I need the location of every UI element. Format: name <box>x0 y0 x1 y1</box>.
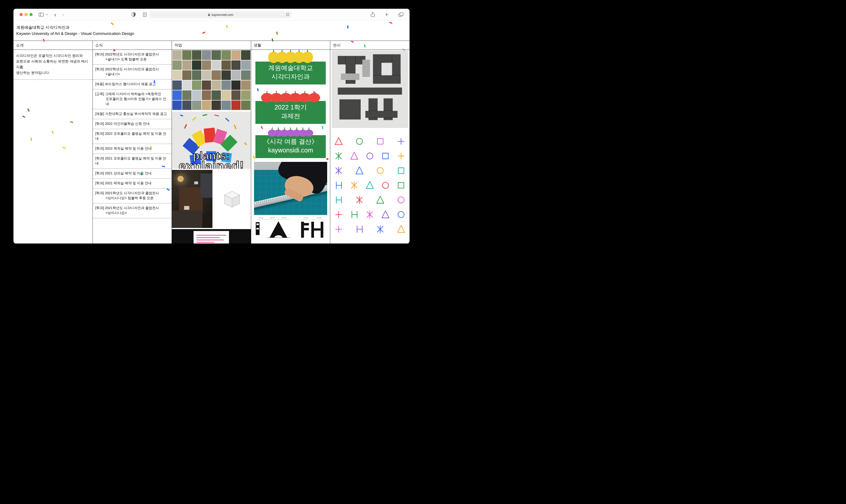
typography-glyph-shape <box>398 225 405 232</box>
collage-tile <box>182 80 192 90</box>
life-banner-department[interactable]: 계원예술대학교 시각디자인과 <box>255 52 326 85</box>
collage-tile <box>211 60 221 70</box>
reload-icon[interactable] <box>286 13 289 17</box>
collage-tile <box>172 101 182 110</box>
collage-tile <box>192 70 201 80</box>
news-item[interactable]: [학과] 2022 포트폴리오 촬영실 예약 및 이용 안내 <box>93 129 172 144</box>
address-text: kaywonsidi.com <box>212 13 233 17</box>
tab-overview-icon[interactable] <box>399 13 403 17</box>
work-plants-poster[interactable]: plants: explained! <box>172 112 251 169</box>
typography-glyph-shape <box>377 139 383 144</box>
work-strip-poster[interactable] <box>172 229 251 244</box>
collage-tile <box>241 101 250 110</box>
collage-tile <box>182 60 192 70</box>
news-item[interactable]: [학과] 2021학년도 시각디자인과 졸업전시<보이시나요> <box>93 203 172 218</box>
collage-tile <box>222 90 231 100</box>
news-item[interactable]: [채용] ㈜드림어스 웹디자이너 채용 공고 <box>93 79 172 89</box>
work-room-row <box>172 170 251 228</box>
typography-glyph-shape <box>377 167 383 174</box>
collage-tile <box>202 90 211 100</box>
exhibition-poster-dither[interactable] <box>331 50 409 129</box>
dash-shape <box>225 118 229 122</box>
forward-button[interactable]: › <box>62 12 64 18</box>
collage-tile <box>222 50 231 60</box>
sidebar-chevron-icon[interactable] <box>46 14 48 15</box>
dash-shape <box>184 124 187 129</box>
typography-glyph-shape <box>356 167 363 174</box>
typography-glyph-shape <box>336 226 342 232</box>
news-item[interactable]: [학과] 2021 제작실 예약 및 이용 안내 <box>93 179 172 188</box>
typography-glyph-shape <box>383 153 388 159</box>
collage-tile <box>231 80 241 90</box>
page-title-ko: 계원예술대학교 시각디자인과 <box>16 24 407 31</box>
column-news-heading: 소식 <box>93 41 172 50</box>
collage-tile <box>182 101 192 110</box>
new-tab-icon[interactable] <box>385 13 389 17</box>
collage-tile <box>172 60 182 70</box>
column-life: 생활 계원예술대학교 시각디자인과 <box>251 41 331 244</box>
collage-tile <box>231 101 241 110</box>
reader-icon[interactable] <box>143 13 147 17</box>
typography-glyph-shape <box>367 211 373 218</box>
svg-text:(020.50): (020.50) <box>317 217 321 218</box>
collage-tile <box>202 80 211 90</box>
news-item[interactable]: [학과] 2021 강의실 예약 및 이용 안내 <box>93 169 172 179</box>
news-item[interactable]: [학과] 2022학년도 시각디자인과 졸업전시<끝내기> <box>93 65 172 79</box>
life-banner-assignment-show[interactable]: 2022 1학기 과제전 <box>255 93 326 124</box>
back-button[interactable]: ‹ <box>54 12 56 18</box>
cube-icon <box>221 187 243 210</box>
typography-glyph-shape <box>336 212 342 218</box>
share-icon[interactable] <box>371 12 375 17</box>
exhibition-poster-typography[interactable] <box>331 131 409 244</box>
work-cube-image[interactable] <box>213 170 251 228</box>
column-exhibition-heading: 전시 <box>330 41 409 50</box>
collage-tile <box>231 90 241 100</box>
svg-text:1420.50: 1420.50 <box>303 217 308 218</box>
news-item[interactable]: [학과] 2021 포트폴리오 촬영실 예약 및 이용 안내 <box>93 154 172 169</box>
life-cutting-photo[interactable] <box>254 162 328 215</box>
typography-glyph-shape <box>351 152 358 159</box>
typography-glyph-shape <box>382 211 389 218</box>
webpage: 계원예술대학교 시각디자인과 Kaywon University of Art … <box>14 21 409 244</box>
column-news: 소식 [학과] 2022학년도 시각디자인과 졸업전시<끝내기> 도록 텀블벅 … <box>93 41 172 244</box>
news-item[interactable]: [학과] 2022학년도 시각디자인과 졸업전시<끝내기> 도록 텀블벅 오픈 <box>93 50 172 65</box>
typography-glyph-shape <box>357 196 362 203</box>
news-item[interactable]: [학과] 2021학년도 시각디자인과 졸업전시<보이시나요> 텀블벅 후원 오… <box>93 188 172 203</box>
column-life-heading: 생활 <box>251 41 330 50</box>
news-item[interactable]: [학과] 2022 제작실 예약 및 이용 안내 <box>93 144 172 154</box>
collage-tile <box>182 90 192 100</box>
typography-glyph-shape <box>398 153 404 159</box>
collage-tile <box>202 70 211 80</box>
life-typography-spec[interactable]: (150.20) (105.20) (260.20) 1420.50 <box>254 216 328 244</box>
zoom-window-button[interactable] <box>30 13 33 16</box>
collage-tile <box>192 80 201 90</box>
collage-tile <box>172 50 182 60</box>
collage-tile <box>172 70 182 80</box>
news-item[interactable]: [채용] 가천대학교 홍보실 부서계약직 채용 공고 <box>93 109 172 119</box>
typography-glyph-shape <box>383 182 389 188</box>
news-item[interactable]: [학과] 2022 야간자율학습 신청 안내 <box>93 119 172 129</box>
dash-shape <box>214 114 219 116</box>
svg-text:(150.20): (150.20) <box>259 217 263 218</box>
news-item[interactable]: [교육] 그래픽 디자이너 박하늘의 <독창적인포트폴리오 웹사이트 만들기> … <box>93 89 172 109</box>
collage-tile <box>241 80 250 90</box>
typography-glyph-shape <box>366 181 373 188</box>
traffic-lights <box>20 13 33 16</box>
collage-tile <box>211 70 221 80</box>
collage-tile <box>192 50 201 60</box>
collage-tile <box>192 60 201 70</box>
rug-shape <box>179 187 203 214</box>
collage-tile <box>241 90 250 100</box>
minimize-window-button[interactable] <box>24 13 28 16</box>
life-banner-summer-review[interactable]: 《시각 여름 결산》 kaywonsidi.com <box>255 129 326 158</box>
typography-glyph-shape <box>367 153 373 159</box>
svg-text:(105.20): (105.20) <box>270 217 275 218</box>
collage-tile <box>202 101 211 110</box>
collage-tile <box>222 60 231 70</box>
address-bar[interactable]: kaywonsidi.com <box>150 11 292 18</box>
work-room-photo[interactable] <box>172 170 212 228</box>
work-collage-image[interactable] <box>172 50 251 110</box>
sidebar-toggle-icon[interactable] <box>39 13 44 17</box>
close-window-button[interactable] <box>20 13 23 16</box>
privacy-shield-icon[interactable] <box>132 12 136 17</box>
